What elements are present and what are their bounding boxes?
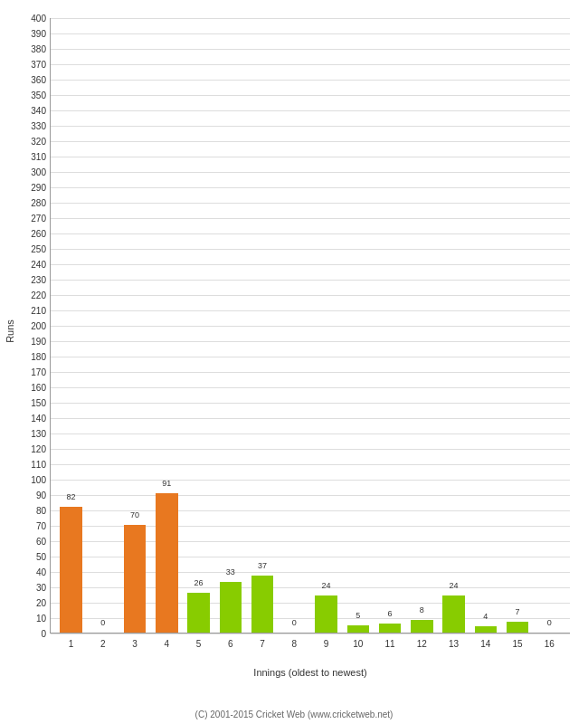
- bar: 377: [251, 576, 274, 633]
- y-label: 300: [31, 167, 46, 177]
- bar: 821: [60, 507, 82, 633]
- x-axis-label: 12: [417, 639, 427, 649]
- chart-container: 0102030405060708090100110120130140150160…: [0, 0, 588, 724]
- y-label: 320: [31, 137, 46, 147]
- y-label: 120: [31, 444, 46, 454]
- bar-group: 914: [151, 18, 183, 633]
- x-axis-label: 9: [324, 639, 329, 649]
- x-axis-label: 6: [228, 639, 233, 649]
- bar: 2413: [442, 595, 465, 633]
- y-label: 180: [31, 352, 46, 362]
- bar: 703: [124, 525, 147, 633]
- y-label: 370: [31, 60, 46, 70]
- bar: 265: [187, 593, 210, 633]
- y-label: 270: [31, 214, 46, 224]
- bar-group: 016: [534, 18, 565, 633]
- bar-value-label: 24: [322, 581, 331, 590]
- y-label: 150: [31, 398, 46, 408]
- bar-value-label: 6: [388, 609, 393, 618]
- y-label: 340: [31, 106, 46, 116]
- y-label: 390: [31, 29, 46, 39]
- bars-area: 8210270391426533637708249510611812241341…: [51, 18, 570, 633]
- y-label: 220: [31, 291, 46, 300]
- x-axis-label: 2: [100, 639, 106, 649]
- bar-group: 377: [247, 18, 279, 633]
- bar-value-label: 4: [483, 612, 488, 621]
- x-axis-label: 8: [292, 639, 298, 649]
- bar-group: 812: [406, 18, 438, 633]
- y-label: 260: [31, 229, 46, 239]
- y-label: 290: [31, 183, 46, 193]
- y-label: 60: [36, 537, 46, 547]
- bar-group: 265: [183, 18, 214, 633]
- y-label: 80: [36, 506, 46, 516]
- y-label: 190: [31, 337, 46, 347]
- y-label: 200: [31, 321, 46, 331]
- bar-group: 703: [119, 18, 151, 633]
- bar: 611: [379, 624, 402, 633]
- x-axis-label: 3: [132, 639, 138, 649]
- y-label: 130: [31, 429, 46, 439]
- bar-value-label: 91: [162, 479, 171, 488]
- x-axis-label: 7: [260, 639, 265, 649]
- y-label: 240: [31, 260, 46, 270]
- y-label: 380: [31, 44, 46, 54]
- x-axis-label: 4: [165, 639, 170, 649]
- y-label: 360: [31, 75, 46, 85]
- bar-group: 08: [279, 18, 310, 633]
- bar-value-label: 33: [226, 567, 235, 576]
- x-axis-label: 5: [196, 639, 202, 649]
- y-label: 90: [36, 491, 46, 500]
- bar-group: 414: [469, 18, 501, 633]
- bar: 414: [475, 626, 498, 633]
- bar-group: 821: [55, 18, 87, 633]
- y-label: 30: [36, 583, 46, 593]
- bar-group: 715: [502, 18, 534, 633]
- x-axis-label: 1: [69, 639, 74, 649]
- bar-value-label: 5: [356, 611, 360, 620]
- y-label: 350: [31, 90, 46, 100]
- footer: (C) 2001-2015 Cricket Web (www.cricketwe…: [0, 710, 588, 719]
- bar-value-label: 0: [292, 618, 297, 627]
- bar-group: 249: [310, 18, 342, 633]
- bar-value-label: 8: [420, 605, 424, 614]
- y-label: 310: [31, 152, 46, 162]
- y-axis-title: Runs: [5, 319, 15, 343]
- y-label: 40: [36, 567, 46, 577]
- grid-line: [51, 634, 570, 634]
- bar: 812: [411, 620, 433, 633]
- bar-value-label: 0: [100, 618, 105, 627]
- y-label: 330: [31, 121, 46, 131]
- bar: 336: [220, 582, 242, 633]
- y-label: 140: [31, 414, 46, 424]
- y-label: 100: [31, 475, 46, 485]
- chart-area: 0102030405060708090100110120130140150160…: [50, 18, 570, 634]
- bar-value-label: 0: [547, 618, 552, 627]
- y-label: 50: [36, 552, 46, 562]
- y-label: 110: [31, 460, 46, 470]
- bar-value-label: 82: [67, 492, 76, 501]
- y-label: 400: [31, 14, 46, 24]
- y-label: 20: [36, 598, 46, 608]
- x-axis-title: Innings (oldest to newest): [253, 667, 366, 678]
- y-label: 230: [31, 275, 46, 285]
- bar-group: 02: [87, 18, 119, 633]
- y-label: 250: [31, 244, 46, 254]
- bar: 510: [347, 625, 370, 633]
- y-label: 70: [36, 521, 46, 531]
- y-label: 170: [31, 367, 46, 377]
- x-axis-label: 13: [449, 639, 459, 649]
- y-label: 10: [36, 614, 46, 624]
- x-axis-label: 16: [545, 639, 555, 649]
- bar-value-label: 26: [194, 578, 204, 587]
- bar-value-label: 70: [130, 510, 139, 519]
- x-axis-label: 10: [353, 639, 363, 649]
- bar-group: 510: [342, 18, 374, 633]
- y-label: 160: [31, 383, 46, 393]
- bar-group: 2413: [438, 18, 469, 633]
- bar-group: 336: [214, 18, 246, 633]
- bar: 914: [156, 493, 178, 633]
- bar: 249: [315, 595, 337, 633]
- y-label: 210: [31, 306, 46, 316]
- x-axis-label: 15: [513, 639, 523, 649]
